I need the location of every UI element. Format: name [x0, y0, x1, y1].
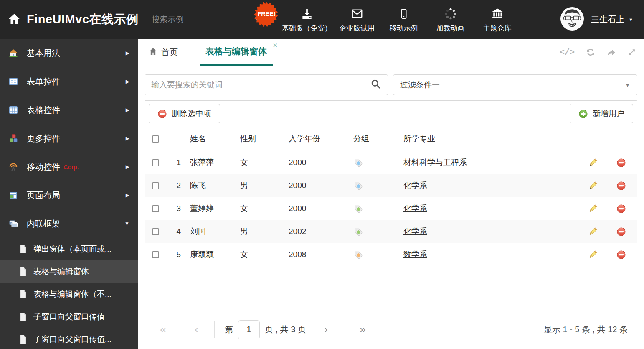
select-all-checkbox[interactable] [152, 135, 159, 143]
table-row: 2 陈飞 男 2000 化学系 [145, 174, 637, 197]
cell-name: 陈飞 [182, 180, 233, 191]
sidebar-item-basic-usage[interactable]: 基本用法 ▶ [0, 39, 138, 67]
delete-row-icon[interactable] [616, 227, 626, 237]
nav-label: 主题仓库 [483, 23, 512, 33]
tab-label: 首页 [161, 47, 178, 58]
header-nav: FREE! 基础版（免费） 企业版试用 移动示例 [257, 3, 521, 36]
filter-dropdown-value: 过滤条件一 [400, 79, 440, 90]
chevron-down-icon: ▼ [625, 82, 630, 88]
table-row: 1 张萍萍 女 2000 材料科学与工程系 [145, 151, 637, 174]
add-user-label: 新增用户 [593, 108, 624, 119]
edit-pencil-icon[interactable] [588, 181, 598, 191]
major-link[interactable]: 化学系 [403, 181, 427, 190]
file-icon [19, 267, 27, 276]
row-checkbox[interactable] [152, 205, 159, 212]
tab-grid-edit-window[interactable]: 表格与编辑窗体 ✕ [200, 39, 273, 66]
sidebar-item-table-controls[interactable]: 表格控件 ▶ [0, 96, 138, 124]
edit-pencil-icon[interactable] [588, 227, 598, 237]
keyword-search-input[interactable] [151, 80, 370, 89]
refresh-icon[interactable] [586, 47, 596, 57]
sidebar-subitem-child-to-parent-2[interactable]: 子窗口向父窗口传值... [0, 328, 138, 349]
edit-pencil-icon[interactable] [588, 158, 598, 168]
add-user-button[interactable]: 新增用户 [570, 104, 633, 123]
prev-page-button[interactable]: ‹ [195, 324, 198, 335]
delete-row-icon[interactable] [616, 158, 626, 168]
home-icon [8, 13, 21, 27]
sidebar-item-inline-frames[interactable]: 内联框架 ▼ [0, 209, 138, 238]
row-checkbox[interactable] [152, 251, 159, 258]
svg-text:FREE!: FREE! [257, 10, 275, 17]
sidebar-item-page-layout[interactable]: 页面布局 ▶ [0, 181, 138, 209]
bank-icon [491, 7, 504, 21]
sidebar-subitem-grid-edit-window[interactable]: 表格与编辑窗体 [0, 260, 138, 283]
share-icon[interactable] [606, 47, 616, 57]
close-icon[interactable]: ✕ [272, 42, 278, 49]
chevron-right-icon: ▶ [126, 50, 129, 56]
sidebar-item-label: 页面布局 [27, 190, 60, 201]
nav-label: 基础版（免费） [282, 23, 332, 33]
nav-enterprise-trial[interactable]: 企业版试用 [334, 3, 380, 36]
user-menu[interactable]: 三生石上 ▼ [560, 7, 633, 33]
row-checkbox[interactable] [152, 159, 159, 166]
nav-basic-version[interactable]: FREE! 基础版（免费） [280, 3, 334, 36]
delete-selected-label: 删除选中项 [172, 108, 211, 119]
table-row: 5 康颖颖 女 2008 数学系 [145, 243, 637, 266]
col-header-year[interactable]: 入学年份 [281, 133, 343, 144]
sidebar-item-more-controls[interactable]: 更多控件 ▶ [0, 124, 138, 153]
expand-icon[interactable] [627, 48, 636, 57]
sidebar-subitem-label: 表格与编辑窗体（不... [33, 289, 112, 300]
search-icon[interactable] [370, 79, 381, 91]
delete-row-icon[interactable] [616, 204, 626, 214]
major-link[interactable]: 材料科学与工程系 [403, 158, 467, 167]
col-header-major[interactable]: 所学专业 [393, 133, 580, 144]
main-content: 首页 表格与编辑窗体 ✕ </> 过滤条件一 ▼ [138, 39, 644, 349]
sidebar-item-label: 表单控件 [27, 76, 60, 87]
nav-mobile-examples[interactable]: 移动示例 [380, 3, 427, 36]
delete-row-icon[interactable] [616, 250, 626, 260]
source-code-icon[interactable]: </> [560, 48, 575, 57]
first-page-button[interactable]: « [160, 324, 166, 335]
tab-home[interactable]: 首页 [145, 39, 181, 66]
delete-row-icon[interactable] [616, 181, 626, 191]
sidebar-item-form-controls[interactable]: 表单控件 ▶ [0, 67, 138, 96]
sidebar-item-label: 表格控件 [27, 104, 60, 116]
keyword-search-box [145, 74, 388, 95]
nav-label: 企业版试用 [339, 23, 375, 33]
major-link[interactable]: 化学系 [403, 204, 427, 213]
page-number-input[interactable] [238, 320, 260, 339]
sidebar-subitem-label: 表格与编辑窗体 [33, 266, 89, 277]
last-page-button[interactable]: » [360, 324, 366, 335]
major-link[interactable]: 化学系 [403, 227, 427, 236]
sidebar-item-mobile-controls[interactable]: 移动控件 Corp. ▶ [0, 153, 138, 181]
avatar [560, 7, 584, 33]
row-checkbox[interactable] [152, 228, 159, 235]
header-search-input[interactable] [152, 15, 254, 24]
nav-loading-animation[interactable]: 加载动画 [427, 3, 474, 36]
sidebar: 基本用法 ▶ 表单控件 ▶ 表格控件 ▶ 更多控件 ▶ 移动控件 Corp. ▶ [0, 39, 138, 349]
col-header-gender[interactable]: 性别 [233, 133, 281, 144]
app-header: FineUIMvc在线示例 FREE! 基础版（免费） 企业版试用 [0, 0, 644, 39]
record-summary: 显示 1 - 5 条 , 共 12 条 [544, 324, 628, 335]
row-checkbox[interactable] [152, 182, 159, 189]
cell-year: 2000 [281, 204, 343, 213]
col-header-name[interactable]: 姓名 [182, 133, 233, 144]
divider [312, 321, 312, 338]
nav-theme-repository[interactable]: 主题仓库 [474, 3, 521, 36]
filter-dropdown[interactable]: 过滤条件一 ▼ [393, 74, 637, 95]
edit-pencil-icon[interactable] [588, 204, 598, 214]
filter-row: 过滤条件一 ▼ [145, 74, 637, 95]
cell-name: 康颖颖 [182, 249, 233, 260]
sidebar-subitem-grid-edit-window-2[interactable]: 表格与编辑窗体（不... [0, 283, 138, 306]
app-logo[interactable]: FineUIMvc在线示例 [8, 11, 139, 28]
row-index: 3 [166, 204, 182, 213]
sidebar-subitem-popup-window[interactable]: 弹出窗体（本页面或... [0, 238, 138, 260]
sidebar-subitem-child-to-parent[interactable]: 子窗口向父窗口传值 [0, 306, 138, 328]
edit-pencil-icon[interactable] [588, 250, 598, 260]
col-header-group[interactable]: 分组 [343, 133, 393, 144]
next-page-button[interactable]: › [324, 324, 328, 335]
sidebar-subitem-label: 弹出窗体（本页面或... [33, 244, 112, 255]
major-link[interactable]: 数学系 [403, 250, 427, 259]
delete-selected-button[interactable]: 删除选中项 [149, 104, 220, 123]
row-index: 4 [166, 227, 182, 236]
file-icon [19, 245, 27, 254]
